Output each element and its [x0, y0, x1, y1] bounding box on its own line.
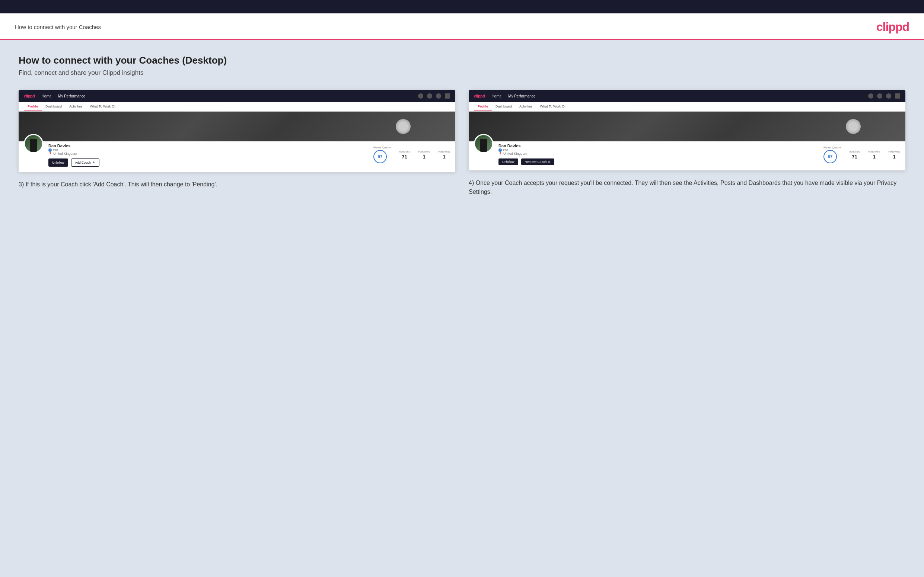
- mock-tabs-left: Profile Dashboard Activities What To Wor…: [19, 102, 455, 111]
- main-content: How to connect with your Coaches (Deskto…: [0, 40, 924, 576]
- mock-profile-section-left: Dan Davies ✓ Pro 📍 United Kingdom Unfoll…: [19, 141, 455, 172]
- mock-nav-performance-left: My Performance: [58, 94, 85, 98]
- avatar-right: [474, 134, 493, 153]
- mock-browser-left: clippd Home My Performance Profile Dashb…: [19, 90, 455, 172]
- quality-circle-left: 97: [373, 150, 387, 163]
- page-header-title: How to connect with your Coaches: [15, 24, 101, 30]
- search-icon-left: [418, 93, 423, 98]
- tab-activities-right[interactable]: Activities: [515, 102, 536, 111]
- unfollow-button-right[interactable]: Unfollow: [499, 158, 518, 165]
- search-icon-right: [868, 93, 873, 98]
- user-icon-right: [877, 93, 882, 98]
- avatar-left: [24, 134, 43, 153]
- screenshot-col-left: clippd Home My Performance Profile Dashb…: [19, 90, 455, 197]
- stat-quality-right: Player Quality 97: [824, 146, 841, 163]
- remove-coach-button-right[interactable]: Remove Coach ✕: [521, 158, 555, 165]
- mock-banner-left: [19, 111, 455, 141]
- mock-nav-icons-right: [868, 93, 900, 98]
- mock-stats-left: Player Quality 97 Activities 71 Follower…: [373, 141, 450, 163]
- stat-followers-right: Followers 1: [868, 150, 880, 160]
- screenshots-row: clippd Home My Performance Profile Dashb…: [19, 90, 905, 197]
- mock-profile-section-right: Dan Davies ✓ Pro 📍 United Kingdom Unfoll…: [469, 141, 905, 170]
- stat-activities-right: Activities 71: [849, 150, 860, 160]
- stat-activities-left: Activities 71: [399, 150, 410, 160]
- tab-profile-right[interactable]: Profile: [474, 102, 492, 111]
- verify-icon-left: ✓: [48, 148, 52, 152]
- tab-whattoworkon-right[interactable]: What To Work On: [536, 102, 570, 111]
- avatar-icon-left: [445, 93, 450, 98]
- pin-icon-right: 📍: [499, 152, 502, 155]
- user-info-left: Dan Davies ✓ Pro 📍 United Kingdom Unfoll…: [48, 141, 99, 167]
- screenshot-col-right: clippd Home My Performance Profile Dashb…: [469, 90, 905, 197]
- mock-buttons-left: Unfollow Add Coach ＋: [48, 158, 99, 167]
- add-coach-button-left[interactable]: Add Coach ＋: [71, 158, 99, 167]
- desc-right: 4) Once your Coach accepts your request …: [469, 179, 905, 197]
- avatar-icon-right: [895, 93, 900, 98]
- user-location-left: 📍 United Kingdom: [48, 152, 99, 155]
- tab-whattoworkon-left[interactable]: What To Work On: [86, 102, 120, 111]
- mock-nav-right: clippd Home My Performance: [469, 90, 905, 102]
- page-header: How to connect with your Coaches clippd: [0, 13, 924, 40]
- page-title: How to connect with your Coaches (Deskto…: [19, 55, 905, 66]
- page-subheading: Find, connect and share your Clippd insi…: [19, 69, 905, 77]
- unfollow-button-left[interactable]: Unfollow: [48, 158, 68, 167]
- pin-icon-left: 📍: [48, 152, 52, 155]
- mock-nav-icons-left: [418, 93, 450, 98]
- mock-nav-home-right: Home: [491, 94, 501, 98]
- top-bar: [0, 0, 924, 13]
- mock-stats-right: Player Quality 97 Activities 71 Follower…: [824, 141, 900, 163]
- mock-logo-right: clippd: [474, 94, 485, 98]
- user-tag-right: ✓ Pro: [499, 148, 554, 152]
- mock-nav-home-left: Home: [41, 94, 52, 98]
- quality-circle-right: 97: [824, 150, 837, 163]
- mock-banner-right: [469, 111, 905, 141]
- desc-left: 3) If this is your Coach click 'Add Coac…: [19, 180, 455, 189]
- mock-browser-right: clippd Home My Performance Profile Dashb…: [469, 90, 905, 170]
- user-name-left: Dan Davies: [48, 143, 99, 148]
- user-name-right: Dan Davies: [499, 143, 554, 148]
- user-info-right: Dan Davies ✓ Pro 📍 United Kingdom Unfoll…: [499, 141, 554, 165]
- stat-following-left: Following 1: [438, 150, 450, 160]
- stat-followers-left: Followers 1: [418, 150, 430, 160]
- verify-icon-right: ✓: [499, 148, 502, 152]
- user-tag-left: ✓ Pro: [48, 148, 99, 152]
- tab-activities-left[interactable]: Activities: [66, 102, 86, 111]
- bell-icon-left: [436, 93, 441, 98]
- bell-icon-right: [886, 93, 891, 98]
- mock-nav-left: clippd Home My Performance: [19, 90, 455, 102]
- stat-following-right: Following 1: [888, 150, 900, 160]
- tab-dashboard-right[interactable]: Dashboard: [492, 102, 515, 111]
- mock-nav-performance-right: My Performance: [508, 94, 535, 98]
- user-icon-left: [427, 93, 432, 98]
- clippd-logo: clippd: [876, 20, 909, 34]
- tab-profile-left[interactable]: Profile: [24, 102, 42, 111]
- mock-logo-left: clippd: [24, 94, 35, 98]
- user-location-right: 📍 United Kingdom: [499, 152, 554, 155]
- mock-buttons-right: Unfollow Remove Coach ✕: [499, 158, 554, 165]
- stat-quality-left: Player Quality 97: [373, 146, 391, 163]
- tab-dashboard-left[interactable]: Dashboard: [42, 102, 66, 111]
- mock-tabs-right: Profile Dashboard Activities What To Wor…: [469, 102, 905, 111]
